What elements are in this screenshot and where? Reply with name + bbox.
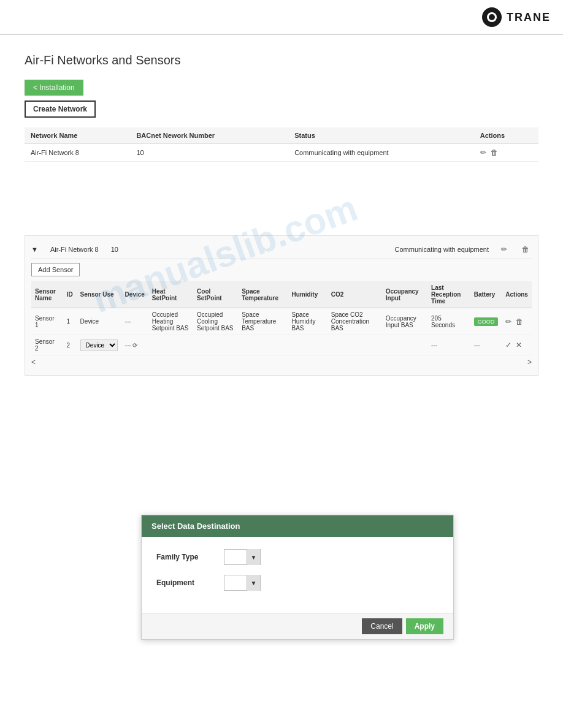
create-network-button[interactable]: Create Network (25, 100, 96, 118)
s1-co2: Space CO2 Concentration BAS (327, 308, 382, 335)
sensor-col-use: Sensor Use (77, 281, 121, 308)
sensor-col-last-reception: Last Reception Time (427, 281, 470, 308)
logo-area: TRANE (482, 7, 551, 27)
s1-battery: GOOD (470, 308, 502, 335)
s2-name: Sensor 2 (31, 335, 63, 355)
trane-logo-circle (482, 7, 502, 27)
edit-icon[interactable]: ✏ (480, 148, 486, 157)
family-type-dropdown[interactable]: ▼ (224, 549, 261, 565)
s2-use-select[interactable]: Device (80, 339, 118, 351)
s2-actions: ✓ ✕ (502, 335, 532, 355)
delete-icon[interactable]: 🗑 (491, 148, 498, 157)
modal-header: Select Data Destination (142, 515, 453, 537)
scroll-right[interactable]: > (527, 358, 532, 366)
expanded-edit-icon[interactable]: ✏ (501, 245, 507, 254)
sensor-col-co2: CO2 (327, 281, 382, 308)
s2-id: 2 (63, 335, 77, 355)
s1-cool: Occupied Cooling Setpoint BAS (193, 308, 238, 335)
s1-actions: ✏ 🗑 (502, 308, 532, 335)
battery-badge: GOOD (474, 317, 499, 326)
s1-heat: Occupied Heating Setpoint BAS (148, 308, 193, 335)
page-header: TRANE (0, 0, 563, 35)
s2-confirm-icon[interactable]: ✓ (505, 341, 511, 349)
col-status: Status (288, 127, 474, 144)
network-table: Network Name BACnet Nework Number Status… (25, 127, 538, 162)
select-data-destination-modal: Select Data Destination Family Type ▼ Eq… (141, 515, 454, 640)
sensor-col-name: Sensor Name (31, 281, 63, 308)
s2-device-dash: --- (125, 342, 131, 349)
col-actions: Actions (474, 127, 538, 144)
s2-device: --- ⟳ (121, 335, 148, 355)
trane-logo-text: TRANE (507, 11, 551, 24)
spacer (25, 162, 538, 235)
equipment-label: Equipment (156, 578, 224, 587)
equipment-arrow[interactable]: ▼ (247, 575, 260, 591)
family-type-label: Family Type (156, 553, 224, 561)
sensor-col-humidity: Humidity (288, 281, 327, 308)
expanded-chevron: ▼ (31, 246, 38, 253)
actions-cell: ✏ 🗑 (474, 144, 538, 162)
expanded-header: ▼ Air-Fi Network 8 10 Communicating with… (31, 242, 532, 259)
modal-footer: Cancel Apply (142, 613, 453, 639)
network-name-cell: Air-Fi Network 8 (25, 144, 130, 162)
s1-name: Sensor 1 (31, 308, 63, 335)
status-cell: Communicating with equipment (288, 144, 474, 162)
page-title: Air-Fi Networks and Sensors (25, 53, 538, 67)
equipment-field: Equipment ▼ (156, 575, 439, 591)
expanded-network-section: ▼ Air-Fi Network 8 10 Communicating with… (25, 235, 538, 376)
family-type-arrow[interactable]: ▼ (247, 549, 260, 565)
apply-button[interactable]: Apply (406, 618, 443, 634)
sensor-col-actions: Actions (502, 281, 532, 308)
sensor-table: Sensor Name ID Sensor Use Device Heat Se… (31, 281, 532, 355)
s2-humidity (288, 335, 327, 355)
s1-use: Device (77, 308, 121, 335)
expanded-status: Communicating with equipment (395, 246, 489, 253)
s2-co2 (327, 335, 382, 355)
equipment-dropdown[interactable]: ▼ (224, 575, 261, 591)
main-content: Air-Fi Networks and Sensors < Installati… (0, 35, 563, 394)
s2-cancel-icon[interactable]: ✕ (516, 341, 522, 349)
s2-use: Device (77, 335, 121, 355)
sensor-col-id: ID (63, 281, 77, 308)
sensor-row-2: Sensor 2 2 Device --- ⟳ (31, 335, 532, 355)
s1-device: --- (121, 308, 148, 335)
sensor-table-wrapper: Sensor Name ID Sensor Use Device Heat Se… (31, 281, 532, 355)
sensor-col-battery: Battery (470, 281, 502, 308)
sensor-col-cool: Cool SetPoint (193, 281, 238, 308)
sensor-col-heat: Heat SetPoint (148, 281, 193, 308)
s2-battery: --- (470, 335, 502, 355)
cancel-button[interactable]: Cancel (362, 618, 402, 634)
expanded-delete-icon[interactable]: 🗑 (522, 245, 529, 254)
s2-space-temp (238, 335, 288, 355)
s2-device-refresh[interactable]: ⟳ (132, 342, 137, 349)
scroll-left[interactable]: < (31, 358, 36, 366)
s2-last-reception: --- (427, 335, 470, 355)
col-network-name: Network Name (25, 127, 130, 144)
col-bacnet-number: BACnet Nework Number (130, 127, 288, 144)
add-sensor-button[interactable]: Add Sensor (31, 263, 80, 276)
expanded-network-name: Air-Fi Network 8 (50, 246, 99, 253)
trane-logo-inner (487, 12, 497, 22)
sensor-row-1: Sensor 1 1 Device --- Occupied Heating S… (31, 308, 532, 335)
expanded-bacnet-number: 10 (111, 246, 118, 253)
table-row: Air-Fi Network 8 10 Communicating with e… (25, 144, 538, 162)
sensor-col-device: Device (121, 281, 148, 308)
s2-heat (148, 335, 193, 355)
bacnet-number-cell: 10 (130, 144, 288, 162)
scroll-row: < > (31, 355, 532, 369)
family-type-field: Family Type ▼ (156, 549, 439, 565)
sensor-col-space-temp: Space Temperature (238, 281, 288, 308)
installation-button[interactable]: < Installation (25, 80, 83, 96)
s1-delete-icon[interactable]: 🗑 (516, 317, 523, 326)
s1-humidity: Space Humidity BAS (288, 308, 327, 335)
sensor-col-occupancy: Occupancy Input (382, 281, 427, 308)
s1-last-reception: 205 Seconds (427, 308, 470, 335)
s2-cool (193, 335, 238, 355)
s1-occupancy: Occupancy Input BAS (382, 308, 427, 335)
s1-id: 1 (63, 308, 77, 335)
modal-body: Family Type ▼ Equipment ▼ (142, 537, 453, 613)
s1-space-temp: Space Temperature BAS (238, 308, 288, 335)
s2-occupancy (382, 335, 427, 355)
s1-edit-icon[interactable]: ✏ (505, 317, 511, 326)
